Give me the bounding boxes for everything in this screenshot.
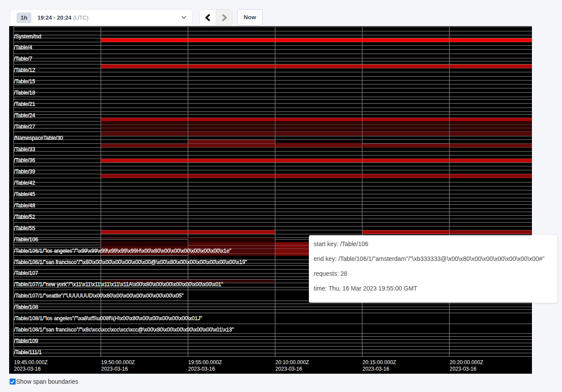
svg-text:/Table/7: /Table/7 — [14, 56, 32, 62]
svg-text:/Table/33: /Table/33 — [14, 146, 35, 152]
svg-text:/Table/108: /Table/108 — [14, 304, 38, 310]
svg-text:/Table/107: /Table/107 — [14, 270, 38, 276]
svg-text:2023-03-16: 2023-03-16 — [362, 366, 389, 372]
svg-text:/Table/106/1/"los angeles"/"\x: /Table/106/1/"los angeles"/"\x99\x99\x99… — [14, 248, 231, 254]
svg-text:/Table/48: /Table/48 — [14, 203, 35, 209]
svg-text:/Table/21: /Table/21 — [14, 101, 35, 107]
svg-text:/Table/52: /Table/52 — [14, 214, 35, 220]
svg-text:/Table/108/1/"san francisco"/": /Table/108/1/"san francisco"/"\x8c\xcc\x… — [14, 327, 234, 333]
svg-text:/Table/106/1/"san francisco"/": /Table/106/1/"san francisco"/"\x80\x00\x… — [14, 259, 247, 265]
svg-text:2023-03-16: 2023-03-16 — [275, 366, 302, 372]
svg-text:/Table/15: /Table/15 — [14, 78, 35, 84]
svg-text:2023-03-16: 2023-03-16 — [14, 366, 41, 372]
svg-text:/NamespaceTable/30: /NamespaceTable/30 — [14, 135, 63, 141]
svg-text:/Table/55: /Table/55 — [14, 225, 35, 231]
svg-text:/Table/107/1/"new york"/"\x11\: /Table/107/1/"new york"/"\x11\x11\x11\x1… — [14, 281, 223, 287]
svg-text:/Table/108/1/"los angeles"/"\x: /Table/108/1/"los angeles"/"\xa8\xf5\u00… — [14, 315, 202, 321]
svg-text:/Table/4: /Table/4 — [14, 44, 32, 51]
svg-text:2023-03-16: 2023-03-16 — [450, 366, 477, 372]
svg-text:/System/tsd: /System/tsd — [14, 34, 41, 40]
svg-text:/Table/106: /Table/106 — [14, 237, 38, 243]
svg-text:20:20:00.000Z: 20:20:00.000Z — [450, 359, 483, 365]
svg-text:20:15:00.000Z: 20:15:00.000Z — [362, 359, 396, 365]
svg-text:/Table/39: /Table/39 — [14, 169, 35, 175]
svg-text:2023-03-16: 2023-03-16 — [101, 366, 128, 372]
svg-text:20:10:00.000Z: 20:10:00.000Z — [275, 359, 309, 365]
svg-text:/Table/109: /Table/109 — [14, 338, 38, 344]
svg-text:19:45:00.000Z: 19:45:00.000Z — [14, 359, 47, 365]
svg-text:/Table/36: /Table/36 — [14, 157, 35, 163]
svg-text:/Table/45: /Table/45 — [14, 191, 35, 197]
svg-text:/Table/107/1/"seattle"/"UUUUUU: /Table/107/1/"seattle"/"UUUUUUD\x00\x80\… — [14, 293, 183, 299]
svg-text:2023-03-16: 2023-03-16 — [188, 366, 215, 372]
svg-text:19:50:00.000Z: 19:50:00.000Z — [101, 359, 135, 365]
svg-text:/Table/24: /Table/24 — [14, 112, 35, 118]
svg-text:/Table/42: /Table/42 — [14, 180, 35, 186]
svg-text:19:55:00.000Z: 19:55:00.000Z — [188, 359, 222, 365]
svg-text:/Table/27: /Table/27 — [14, 124, 35, 130]
svg-text:/Table/12: /Table/12 — [14, 67, 35, 73]
svg-text:/Table/18: /Table/18 — [14, 90, 35, 96]
svg-text:/Table/111/1: /Table/111/1 — [14, 349, 42, 355]
